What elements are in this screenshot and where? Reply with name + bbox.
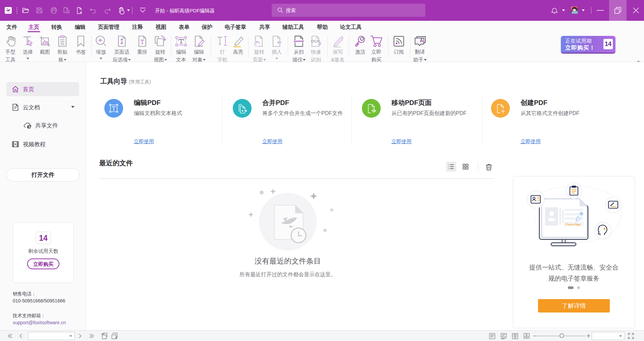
svg-text:Foxit eSign: Foxit eSign (566, 223, 580, 226)
svg-text:OCR: OCR (311, 39, 320, 43)
